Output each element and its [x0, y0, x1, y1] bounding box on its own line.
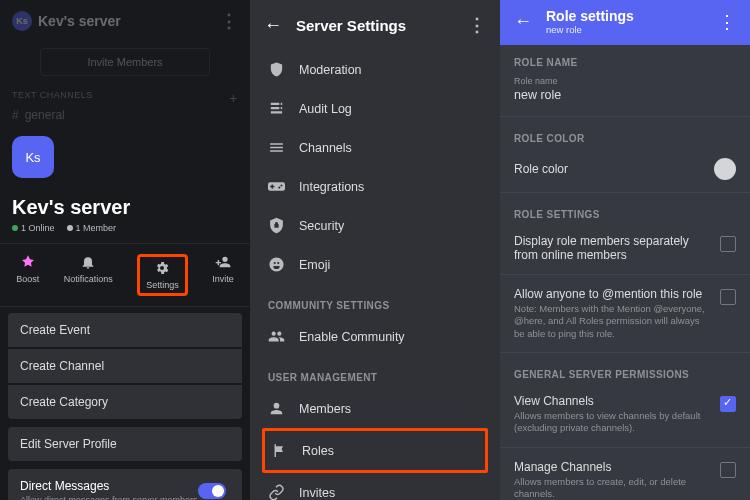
menu-emoji[interactable]: Emoji: [250, 245, 500, 284]
checkbox-view-channels[interactable]: [720, 396, 736, 412]
user-management-label: USER MANAGEMENT: [250, 356, 500, 389]
menu-integrations[interactable]: Integrations: [250, 167, 500, 206]
role-name-section-label: ROLE NAME: [500, 45, 750, 74]
role-color-swatch[interactable]: [714, 158, 736, 180]
menu-security[interactable]: Security: [250, 206, 500, 245]
role-color-section-label: ROLE COLOR: [500, 121, 750, 150]
role-color-row[interactable]: Role color: [500, 150, 750, 188]
setting-display-separately[interactable]: Display role members separately from onl…: [500, 226, 750, 270]
server-header[interactable]: Ks Kev's server ⋮: [0, 0, 250, 42]
members-icon: [268, 400, 285, 417]
tab-invite[interactable]: Invite: [212, 254, 234, 296]
menu-roles[interactable]: Roles: [265, 431, 485, 470]
invite-members-button[interactable]: Invite Members: [40, 48, 210, 76]
action-direct-messages[interactable]: Direct Messages Allow direct messages fr…: [8, 469, 242, 500]
menu-enable-community[interactable]: Enable Community: [250, 317, 500, 356]
vertical-dots-icon[interactable]: ⋮: [220, 10, 238, 32]
action-create-event[interactable]: Create Event: [8, 313, 242, 347]
tab-notifications[interactable]: Notifications: [64, 254, 113, 296]
gamepad-icon: [268, 178, 285, 195]
emoji-icon: [268, 256, 285, 273]
server-status: 1 Online 1 Member: [0, 219, 250, 243]
link-icon: [268, 484, 285, 500]
perm-view-channels[interactable]: View Channels Allows members to view cha…: [500, 386, 750, 443]
checkbox-allow-mention[interactable]: [720, 289, 736, 305]
role-settings-title: Role settings: [546, 8, 634, 24]
menu-members[interactable]: Members: [250, 389, 500, 428]
list-icon: [268, 100, 285, 117]
role-settings-panel: ← Role settings new role ⋮ ROLE NAME Rol…: [500, 0, 750, 500]
server-panel: Ks Kev's server ⋮ Invite Members TEXT CH…: [0, 0, 250, 500]
back-icon[interactable]: ←: [264, 15, 282, 36]
action-create-category[interactable]: Create Category: [8, 385, 242, 419]
action-edit-server-profile[interactable]: Edit Server Profile: [8, 427, 242, 461]
bell-icon: [80, 254, 96, 270]
menu-audit-log[interactable]: Audit Log: [250, 89, 500, 128]
server-name-small: Kev's server: [38, 13, 121, 29]
server-tabbar: Boost Notifications Settings Invite: [0, 243, 250, 307]
boost-icon: [20, 254, 36, 270]
vertical-dots-icon[interactable]: ⋮: [718, 11, 736, 33]
role-settings-subtitle: new role: [546, 24, 634, 35]
menu-channels[interactable]: Channels: [250, 128, 500, 167]
menu-invites[interactable]: Invites: [250, 473, 500, 500]
menu-moderation[interactable]: Moderation: [250, 50, 500, 89]
vertical-dots-icon[interactable]: ⋮: [468, 14, 486, 36]
community-settings-label: COMMUNITY SETTINGS: [250, 284, 500, 317]
text-channels-label: TEXT CHANNELS+: [0, 82, 250, 104]
checkbox-display-separately[interactable]: [720, 236, 736, 252]
channels-icon: [268, 139, 285, 156]
dm-toggle[interactable]: [198, 483, 226, 499]
channel-general[interactable]: general: [0, 104, 250, 126]
perm-manage-channels[interactable]: Manage Channels Allows members to create…: [500, 452, 750, 500]
server-settings-title: Server Settings: [296, 17, 406, 34]
lock-shield-icon: [268, 217, 285, 234]
invite-icon: [215, 254, 231, 270]
tab-boost[interactable]: Boost: [16, 254, 39, 296]
server-title: Kev's server: [0, 196, 250, 219]
role-name-input[interactable]: new role: [514, 88, 736, 102]
gear-icon: [154, 260, 170, 276]
action-create-channel[interactable]: Create Channel: [8, 349, 242, 383]
shield-icon: [268, 61, 285, 78]
tab-settings[interactable]: Settings: [137, 254, 188, 296]
back-icon[interactable]: ←: [514, 11, 532, 32]
community-icon: [268, 328, 285, 345]
role-settings-section-label: ROLE SETTINGS: [500, 197, 750, 226]
server-avatar-large: Ks: [12, 136, 54, 178]
server-settings-panel: ← Server Settings ⋮ Moderation Audit Log…: [250, 0, 500, 500]
general-permissions-label: GENERAL SERVER PERMISSIONS: [500, 357, 750, 386]
checkbox-manage-channels[interactable]: [720, 462, 736, 478]
server-avatar-small: Ks: [12, 11, 32, 31]
flag-icon: [271, 442, 288, 459]
setting-allow-mention[interactable]: Allow anyone to @mention this role Note:…: [500, 279, 750, 348]
add-channel-icon[interactable]: +: [229, 90, 238, 106]
role-name-field-label: Role name: [514, 76, 736, 86]
